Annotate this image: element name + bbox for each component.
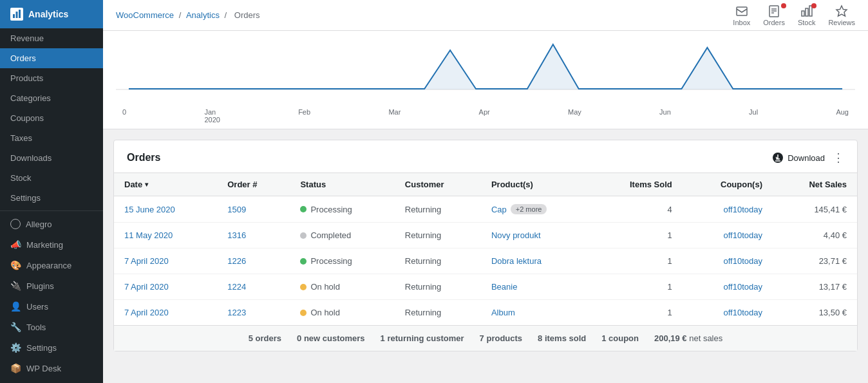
cell-coupon: off10today	[683, 248, 773, 274]
col-products[interactable]: Product(s)	[481, 173, 591, 196]
cell-status: On hold	[290, 300, 394, 326]
cell-net-sales: 23,71 €	[773, 248, 857, 274]
toolbar-inbox[interactable]: Inbox	[733, 5, 750, 26]
brush-icon: 🎨	[10, 260, 21, 270]
product-link[interactable]: Album	[491, 308, 515, 317]
sidebar-item-orders[interactable]: Orders	[0, 48, 103, 68]
sidebar-item-coupons-label: Coupons	[10, 113, 44, 123]
col-net-sales[interactable]: Net Sales	[773, 173, 857, 196]
sidebar-item-marketing[interactable]: 📣 Marketing	[0, 234, 103, 255]
order-number-link[interactable]: 1224	[227, 282, 246, 292]
sidebar-item-settings2[interactable]: ⚙️ Settings	[0, 337, 103, 358]
cell-coupon: off10today	[683, 274, 773, 300]
toolbar-reviews[interactable]: Reviews	[828, 5, 855, 26]
plugin-icon: 🔌	[10, 281, 21, 291]
order-number-link[interactable]: 1223	[227, 308, 246, 317]
sidebar-item-products-label: Products	[10, 73, 43, 83]
more-options-button[interactable]: ⋮	[833, 151, 844, 165]
breadcrumb-woocommerce[interactable]: WooCommerce	[116, 10, 174, 20]
col-date[interactable]: Date ▾	[114, 173, 217, 196]
sidebar-item-categories[interactable]: Categories	[0, 88, 103, 108]
orders-header: Orders Download ⋮	[114, 140, 857, 173]
cell-customer: Returning	[395, 274, 481, 300]
coupon-link[interactable]: off10today	[724, 205, 762, 214]
cell-order-num: 1509	[217, 196, 290, 223]
cell-order-num: 1224	[217, 274, 290, 300]
cell-items-sold: 1	[591, 300, 682, 326]
cell-products: Album	[481, 300, 591, 326]
orders-icon-label: Orders	[763, 19, 785, 26]
sidebar-item-stock[interactable]: Stock	[0, 168, 103, 188]
col-order-num[interactable]: Order #	[217, 173, 290, 196]
coupon-link[interactable]: off10today	[724, 308, 762, 317]
sidebar-item-settings[interactable]: Settings	[0, 188, 103, 208]
sidebar-item-revenue[interactable]: Revenue	[0, 28, 103, 48]
col-coupons[interactable]: Coupon(s)	[683, 173, 773, 196]
sidebar-item-plugins[interactable]: 🔌 Plugins	[0, 276, 103, 296]
col-customer[interactable]: Customer	[395, 173, 481, 196]
cell-net-sales: 13,50 €	[773, 300, 857, 326]
cell-status: Processing	[290, 248, 394, 274]
table-row: 7 April 2020 1226 Processing Returning D…	[114, 248, 857, 274]
order-num-col-label: Order #	[227, 180, 257, 189]
sidebar-item-coupons[interactable]: Coupons	[0, 108, 103, 128]
orders-panel: Orders Download ⋮	[113, 140, 858, 351]
download-button[interactable]: Download	[772, 152, 825, 163]
status-dot	[300, 232, 307, 239]
sidebar-item-downloads-label: Downloads	[10, 153, 52, 163]
sidebar-item-downloads[interactable]: Downloads	[0, 148, 103, 168]
toolbar-orders[interactable]: Orders	[763, 5, 785, 26]
cell-date: 11 May 2020	[114, 223, 217, 248]
summary-orders: 5 orders	[249, 333, 281, 343]
summary-products: 7 products	[480, 333, 522, 343]
axis-aug: Aug	[836, 108, 849, 124]
more-products-badge: +2 more	[511, 204, 547, 214]
sidebar-item-appearance[interactable]: 🎨 Appearance	[0, 255, 103, 276]
table-row: 7 April 2020 1223 On hold Returning Albu…	[114, 300, 857, 326]
sidebar-item-allegro[interactable]: Allegro	[0, 214, 103, 234]
coupon-link[interactable]: off10today	[724, 282, 762, 292]
sidebar-item-users[interactable]: 👤 Users	[0, 296, 103, 317]
toolbar-stock[interactable]: Stock	[798, 5, 816, 26]
sidebar-item-wpdesk[interactable]: 📦 WP Desk	[0, 358, 103, 378]
download-label: Download	[788, 153, 825, 163]
order-number-link[interactable]: 1509	[227, 205, 246, 214]
breadcrumb-sep-1: /	[179, 10, 184, 20]
coupon-link[interactable]: off10today	[724, 256, 762, 266]
status-dot	[300, 310, 307, 316]
status-label: Processing	[310, 256, 352, 266]
status-dot	[300, 206, 307, 212]
sidebar-item-categories-label: Categories	[10, 93, 51, 103]
col-items-sold[interactable]: Items Sold	[591, 173, 682, 196]
megaphone-icon: 📣	[10, 239, 21, 250]
col-status[interactable]: Status	[290, 173, 394, 196]
order-number-link[interactable]: 1226	[227, 256, 246, 266]
svg-rect-0	[13, 14, 15, 18]
cell-net-sales: 4,40 €	[773, 223, 857, 248]
status-dot	[300, 258, 307, 265]
cell-items-sold: 1	[591, 223, 682, 248]
axis-feb: Feb	[298, 108, 310, 124]
coupon-link[interactable]: off10today	[724, 230, 762, 240]
summary-coupon: 1 coupon	[601, 333, 639, 343]
sidebar-item-plugins-label: Plugins	[26, 281, 54, 291]
axis-0: 0	[122, 108, 126, 124]
cell-order-num: 1316	[217, 223, 290, 248]
svg-marker-13	[129, 44, 842, 89]
product-link[interactable]: Cap	[491, 205, 507, 214]
cell-products: Novy produkt	[481, 223, 591, 248]
product-link[interactable]: Beanie	[491, 282, 517, 292]
orders-badge	[781, 3, 786, 8]
coupons-col-label: Coupon(s)	[721, 180, 762, 189]
sidebar-divider-1	[0, 210, 103, 211]
cell-customer: Returning	[395, 196, 481, 223]
sidebar-logo[interactable]: Analytics	[0, 0, 103, 28]
status-label: Completed	[310, 230, 351, 240]
order-number-link[interactable]: 1316	[227, 230, 246, 240]
breadcrumb-analytics[interactable]: Analytics	[186, 10, 220, 20]
product-link[interactable]: Novy produkt	[491, 230, 541, 240]
product-link[interactable]: Dobra lektura	[491, 256, 542, 266]
sidebar-item-products[interactable]: Products	[0, 68, 103, 88]
sidebar-item-taxes[interactable]: Taxes	[0, 128, 103, 148]
sidebar-item-tools[interactable]: 🔧 Tools	[0, 317, 103, 337]
